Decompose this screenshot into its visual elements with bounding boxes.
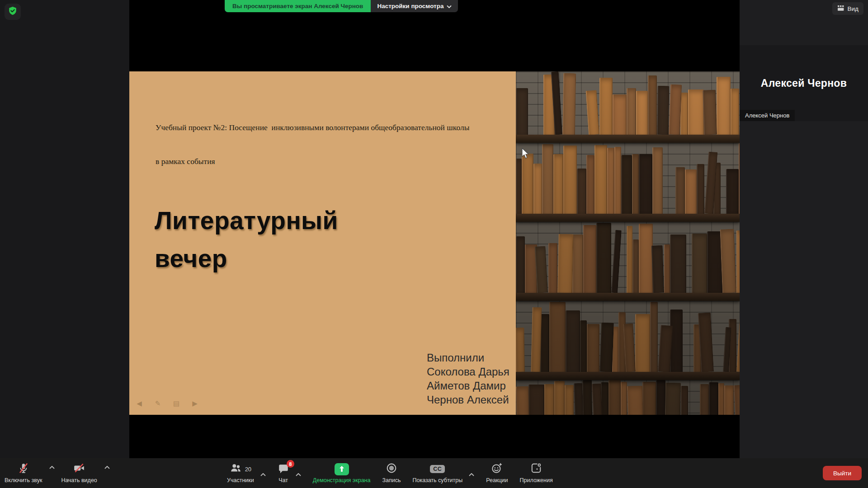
credits-name-1: Соколова Дарья [427, 365, 509, 379]
participants-options-caret[interactable] [260, 466, 266, 483]
captions-options-caret[interactable] [469, 466, 474, 483]
apps-button[interactable]: Приложения [520, 461, 553, 483]
leave-meeting-button[interactable]: Выйти [823, 466, 862, 480]
participants-icon [230, 462, 242, 476]
credits-name-3: Чернов Алексей [427, 393, 509, 407]
left-gutter [0, 0, 129, 458]
reactions-button[interactable]: Реакции [486, 461, 508, 483]
slide-title: Литературный вечер [155, 202, 338, 277]
view-button-label: Вид [848, 5, 859, 12]
share-screen-label: Демонстрация экрана [313, 477, 371, 483]
slide-text-panel: Учебный проект №2: Посещение инклюзивным… [129, 71, 516, 415]
share-screen-icon [335, 463, 349, 475]
record-icon [386, 462, 397, 476]
unmute-button[interactable]: Включить звук [5, 461, 42, 483]
reactions-label: Реакции [486, 477, 508, 483]
view-options-dropdown[interactable]: Настройки просмотра [371, 0, 458, 12]
video-options-caret[interactable] [104, 466, 110, 469]
shared-screen-area: Учебный проект №2: Посещение инклюзивным… [129, 0, 740, 458]
captions-label: Показать субтитры [412, 477, 462, 483]
microphone-muted-icon [18, 462, 29, 476]
chevron-down-icon [447, 3, 452, 9]
credits-name-2: Айметов Дамир [427, 379, 509, 393]
bookshelf-photo [516, 71, 740, 415]
participants-count: 20 [245, 466, 251, 473]
notes-icon: ▤ [172, 399, 181, 408]
captions-button[interactable]: CC Показать субтитры [412, 461, 462, 483]
meeting-toolbar: Включить звук [0, 458, 868, 488]
captions-cc-icon: CC [430, 465, 445, 473]
presentation-slide: Учебный проект №2: Посещение инклюзивным… [129, 71, 740, 415]
view-button[interactable]: Вид [832, 2, 863, 15]
slide-subtitle-line1: Учебный проект №2: Посещение инклюзивным… [156, 122, 517, 133]
viewing-status: Вы просматриваете экран Алексей Чернов [225, 0, 371, 12]
unmute-label: Включить звук [5, 477, 42, 483]
record-label: Запись [382, 477, 401, 483]
participant-name-tag: Алексей Чернов [740, 110, 795, 121]
camera-off-icon [73, 462, 85, 476]
apps-label: Приложения [520, 477, 553, 483]
pen-tool-icon: ✎ [153, 399, 162, 408]
slide-subtitle-line2: в рамках события [156, 156, 517, 167]
audio-options-caret[interactable] [49, 466, 55, 469]
slide-title-line2: вечер [155, 239, 338, 277]
reactions-smiley-icon [491, 462, 503, 476]
participants-button[interactable]: 20 Участники [227, 461, 254, 483]
slide-title-line1: Литературный [155, 202, 338, 239]
participant-video-tile[interactable]: Алексей Чернов Алексей Чернов [740, 45, 868, 121]
slide-credits: Выполнили Соколова Дарья Айметов Дамир Ч… [427, 351, 509, 407]
chat-unread-badge: 8 [287, 460, 294, 468]
start-video-button[interactable]: Начать видео [61, 461, 97, 483]
chat-label: Чат [278, 477, 288, 483]
record-button[interactable]: Запись [382, 461, 401, 483]
chat-options-caret[interactable] [296, 466, 301, 483]
security-shield-button[interactable] [5, 4, 21, 20]
chat-button[interactable]: 8 Чат [278, 461, 289, 483]
participants-label: Участники [227, 477, 254, 483]
view-options-label: Настройки просмотра [377, 3, 443, 9]
chat-icon: 8 [278, 463, 289, 475]
participants-video-panel: Алексей Чернов Алексей Чернов [740, 0, 868, 458]
slide-subtitle: Учебный проект №2: Посещение инклюзивным… [156, 99, 517, 190]
next-slide-icon: ▶ [190, 399, 199, 408]
prev-slide-icon: ◀ [135, 399, 144, 408]
participant-display-name: Алексей Чернов [761, 77, 847, 89]
zoom-meeting-window: Учебный проект №2: Посещение инклюзивным… [0, 0, 868, 488]
share-screen-button[interactable]: Демонстрация экрана [313, 461, 371, 483]
start-video-label: Начать видео [61, 477, 97, 483]
shield-check-icon [8, 6, 18, 18]
grid-view-icon [837, 5, 844, 13]
apps-icon [530, 462, 542, 476]
screen-share-banner: Вы просматриваете экран Алексей Чернов Н… [225, 0, 458, 12]
presenter-controls: ◀ ✎ ▤ ▶ [135, 399, 199, 408]
credits-heading: Выполнили [427, 351, 509, 365]
